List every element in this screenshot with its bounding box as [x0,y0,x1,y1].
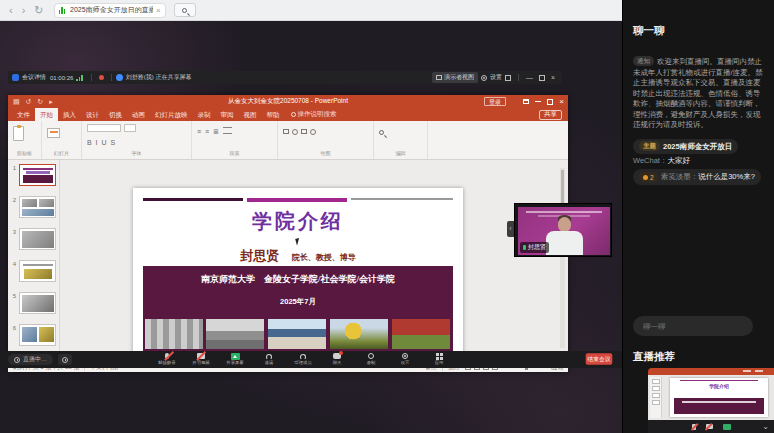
mini-slide-banner [674,398,764,414]
chat-sidebar: 聊一聊 通知欢迎来到直播间。直播间内禁止未成年人打赏礼物或进行直播/连麦。禁止主… [622,0,774,433]
quick-access-toolbar[interactable]: ▤ ↺ ↻ ▸ [13,98,55,106]
collapse-chevron-icon[interactable]: ⌄ [762,422,769,431]
divider [111,74,112,81]
align-icon[interactable] [223,127,232,134]
shape-icon[interactable] [301,129,307,134]
thumbnail-card[interactable] [19,228,56,250]
minimize-icon[interactable]: — [526,74,533,81]
refresh-icon[interactable]: ↻ [34,0,43,21]
thumbnail-card[interactable] [19,292,56,314]
thumbnail-card[interactable] [19,196,56,218]
meeting-details-button[interactable]: 会议详情 [22,73,46,82]
invite-button[interactable]: 邀请 [252,352,286,369]
ppt-minimize-icon[interactable] [535,101,541,102]
presenter-view-button[interactable]: 演示者视图 [432,72,478,83]
current-slide[interactable]: 学院介绍 封思贤 院长、教授、博导 南京师范大学 金陵女子学院/社会学院/会计学… [133,188,463,358]
paragraph-buttons[interactable]: ≡ ≡ ≣ [197,128,220,136]
tab-animations[interactable]: 动画 [127,108,150,121]
tab-design[interactable]: 设计 [81,108,104,121]
apps-button[interactable]: 应用 [422,352,456,369]
browser-tab[interactable]: 2025南师金女开放日的直播 × [54,3,166,18]
button-label: 邀请 [265,360,274,366]
mini-meeting-toolbar [648,420,774,433]
shape-rectangle-icon[interactable] [283,129,289,134]
video-player[interactable]: 会议详情 01:00:26 刘舒雅(我) 正在共享屏幕 演示者视图 设置 — ×… [0,21,622,433]
search-button[interactable] [174,3,196,17]
share-screen-button[interactable]: 共享屏幕 [218,352,252,369]
thumbnail-5[interactable]: 5 [10,292,56,314]
ppt-titlebar[interactable]: ▤ ↺ ↻ ▸ 从金女大到金女院20250708 - PowerPoint 登录… [8,95,568,108]
font-style-buttons[interactable]: B I U S [87,139,186,146]
back-icon[interactable]: ‹ [9,0,13,21]
ribbon-group-editing[interactable]: 编辑 [374,121,428,159]
ribbon-group-slides[interactable]: 幻灯片 [42,121,82,159]
chat-section-title: 聊一聊 [633,24,665,38]
ppt-close-icon[interactable]: × [559,99,564,105]
manage-members-button[interactable]: 管理成员 [286,352,320,369]
video-panel-collapse-handle[interactable]: ‹ [507,221,514,237]
close-icon[interactable]: × [551,74,555,81]
timer-button[interactable] [58,354,72,365]
thumbnail-card[interactable] [19,260,56,282]
tab-record[interactable]: 录制 [193,108,216,121]
floating-speaker-video[interactable]: 封思贤 [514,203,612,257]
thumbnail-4[interactable]: 4 [10,260,56,282]
shape-icon[interactable] [310,129,316,135]
ppt-window-title: 从金女大到金女院20250708 - PowerPoint [128,97,448,106]
tab-file[interactable]: 文件 [12,108,35,121]
fullscreen-icon[interactable] [505,75,511,81]
start-video-button[interactable]: 开启视频 [184,352,218,369]
tab-review[interactable]: 审阅 [216,108,239,121]
tab-close-icon[interactable]: × [156,6,161,15]
chat-button[interactable]: 聊天 [320,352,354,369]
ribbon-group-drawing[interactable]: 绘图 [278,121,374,159]
settings-label[interactable]: 设置 [490,73,502,82]
settings-button[interactable]: 设置 [388,352,422,369]
ppt-share-button[interactable]: 共享 [539,110,562,120]
thumbnail-card[interactable] [19,164,56,186]
ribbon-group-clipboard[interactable]: 剪贴板 [8,121,42,159]
ribbon-options-icon[interactable] [523,99,529,104]
tab-view[interactable]: 视图 [239,108,262,121]
unmute-button[interactable]: 解除静音 [150,352,184,369]
shape-circle-icon[interactable] [292,129,298,135]
record-button[interactable]: 录制 [354,352,388,369]
tab-insert[interactable]: 插入 [58,108,81,121]
search-icon [182,8,187,13]
live-status-pill[interactable]: 直播中… [8,354,53,365]
new-slide-icon[interactable] [47,128,60,138]
tab-help[interactable]: 帮助 [262,108,285,121]
paste-icon[interactable] [13,126,24,141]
message-username: 素笺淡墨： [661,172,699,182]
tab-transitions[interactable]: 切换 [104,108,127,121]
chat-input[interactable] [633,316,753,336]
find-icon[interactable] [379,130,384,135]
meeting-logo-icon [12,74,19,81]
live-stream-page: ‹ › ↻ 2025南师金女开放日的直播 × 会议详情 01:00:26 刘舒雅… [0,0,774,433]
tab-slideshow[interactable]: 幻灯片放映 [150,108,193,121]
font-name-combobox[interactable] [87,124,121,132]
ribbon-group-font[interactable]: B I U S 字体 [82,121,192,159]
maximize-icon[interactable] [539,75,545,81]
button-label: 应用 [435,360,444,366]
canvas-scrollbar[interactable] [560,168,565,348]
tell-me-search[interactable]: 操作说明搜索 [291,110,337,119]
slide-thumbnail-panel[interactable]: 1 2 3 4 5 [8,160,60,362]
login-button[interactable]: 登录 [484,97,506,106]
thumbnail-1[interactable]: 1 [10,164,56,186]
end-meeting-button[interactable]: 结束会议 [586,353,613,364]
thumbnail-card[interactable] [19,324,56,346]
gear-icon[interactable] [481,75,487,81]
ppt-maximize-icon[interactable] [547,99,553,105]
ppt-share-label: 共享 [544,110,557,119]
thumbnail-6[interactable]: 6 [10,324,56,346]
font-size-combobox[interactable] [124,124,136,132]
recommended-live-card[interactable]: 学院介绍 ⌄ [648,368,774,433]
forward-icon[interactable]: › [22,0,26,21]
ribbon-group-paragraph[interactable]: ≡ ≡ ≣ 段落 [192,121,278,159]
tab-home[interactable]: 开始 [35,108,58,121]
group-label: 字体 [90,150,183,158]
thumbnail-2[interactable]: 2 [10,196,56,218]
thumbnail-3[interactable]: 3 [10,228,56,250]
group-label: 剪贴板 [10,150,38,158]
